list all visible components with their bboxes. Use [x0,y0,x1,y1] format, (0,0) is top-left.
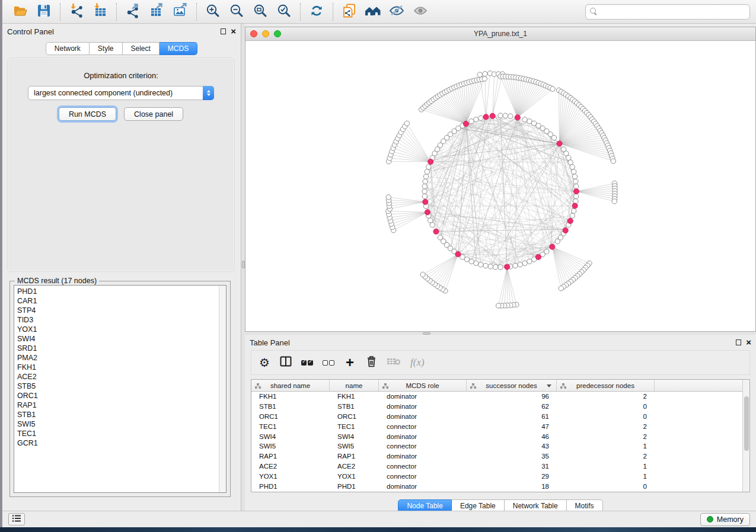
graph-node[interactable] [496,303,500,308]
clone-network-button[interactable] [337,2,361,22]
cell-predecessor-nodes[interactable]: 2 [557,453,655,460]
refresh-view-button[interactable] [305,2,328,22]
table-row[interactable]: TEC1TEC1connector472 [251,421,742,431]
function-builder-button[interactable]: f(x) [410,357,425,368]
zoom-selected-button[interactable] [272,2,296,22]
mcds-result-item[interactable]: SWI5 [17,419,218,429]
cell-MCDS-role[interactable]: connector [379,473,467,480]
cell-shared-name[interactable]: TEC1 [251,423,330,430]
graph-node[interactable] [574,184,579,188]
graph-node[interactable] [477,72,482,77]
table-row[interactable]: FKH1FKH1dominator962 [251,392,742,402]
table-scrollbar-thumb[interactable] [744,396,749,451]
mcds-result-item[interactable]: STB1 [17,410,218,419]
graph-hub-node[interactable] [433,229,439,234]
cell-MCDS-role[interactable]: dominator [379,393,467,400]
graph-node[interactable] [386,195,391,200]
import-table-button[interactable] [88,2,112,22]
graph-hub-node[interactable] [505,264,510,270]
cell-name[interactable]: ORC1 [330,413,379,420]
mcds-result-item[interactable]: YOX1 [17,325,218,334]
graph-node[interactable] [527,119,532,124]
cell-name[interactable]: SWI4 [330,433,379,440]
mcds-result-item[interactable]: TEC1 [17,429,218,438]
graph-hub-node[interactable] [490,113,495,118]
table-row[interactable]: SWI5SWI5connector431 [251,441,742,451]
graph-node[interactable] [518,262,522,267]
cell-name[interactable]: SWI5 [330,443,379,450]
cell-MCDS-role[interactable]: dominator [379,453,467,460]
cell-name[interactable]: TEC1 [330,423,379,430]
cell-predecessor-nodes[interactable]: 0 [557,413,655,420]
tab-mcds[interactable]: MCDS [160,42,197,55]
graph-hub-node[interactable] [425,210,430,215]
cell-predecessor-nodes[interactable]: 0 [557,483,655,490]
graph-hub-node[interactable] [573,188,579,194]
sort-arrow-icon[interactable] [547,384,551,387]
run-mcds-button[interactable]: Run MCDS [59,107,116,121]
cell-name[interactable]: RAP1 [330,453,379,460]
search-input[interactable] [601,8,745,16]
column-header-successor-nodes[interactable]: successor nodes [467,380,557,391]
cell-shared-name[interactable]: ACE2 [251,463,330,470]
graph-node[interactable] [493,265,497,270]
cell-shared-name[interactable]: YOX1 [251,473,330,480]
memory-button[interactable]: Memory [700,513,750,526]
graph-hub-node[interactable] [572,203,578,209]
open-session-button[interactable] [8,2,32,22]
graph-node[interactable] [404,121,409,126]
cell-predecessor-nodes[interactable]: 1 [557,473,655,480]
delete-table-button[interactable] [387,357,401,368]
cell-predecessor-nodes[interactable]: 2 [557,433,655,440]
graph-node[interactable] [571,169,576,174]
cell-MCDS-role[interactable]: dominator [379,483,467,490]
graph-node[interactable] [474,117,479,122]
graph-node[interactable] [555,239,560,243]
table-settings-button[interactable]: ⚙ [259,357,270,368]
graph-hub-node[interactable] [423,199,428,204]
cell-successor-nodes[interactable]: 47 [467,423,557,430]
delete-row-button[interactable] [365,355,377,370]
graph-node[interactable] [513,263,518,268]
cell-successor-nodes[interactable]: 61 [467,413,557,420]
splitter-handle[interactable] [242,261,245,268]
mcds-result-item[interactable]: STB5 [17,382,218,391]
column-header-predecessor-nodes[interactable]: predecessor nodes [557,380,655,391]
cell-shared-name[interactable]: SWI4 [251,433,330,440]
graph-node[interactable] [568,160,573,165]
cell-shared-name[interactable]: SWI5 [251,443,330,450]
tab-select[interactable]: Select [123,42,160,55]
cell-shared-name[interactable]: ORC1 [251,413,330,420]
graph-node[interactable] [469,259,474,264]
float-panel-icon[interactable] [221,28,226,34]
graph-node[interactable] [423,179,428,184]
cell-predecessor-nodes[interactable]: 0 [557,403,655,410]
mcds-result-item[interactable]: FKH1 [17,363,218,372]
graph-node[interactable] [566,155,571,160]
mcds-result-item[interactable]: PMA2 [17,353,218,363]
table-row[interactable]: ACE2ACE2connector311 [251,462,742,472]
graph-node[interactable] [522,117,527,122]
graph-hub-node[interactable] [455,252,461,257]
criterion-dropdown[interactable]: largest connected component (undirected) [28,86,214,100]
float-panel-icon[interactable] [736,339,741,345]
mcds-result-item[interactable]: ACE2 [17,372,218,382]
close-panel-icon[interactable]: × [231,28,236,34]
graph-node[interactable] [527,259,532,264]
splitter-handle[interactable] [423,332,430,335]
cell-shared-name[interactable]: RAP1 [251,453,330,460]
tab-network[interactable]: Network [46,42,90,55]
cell-successor-nodes[interactable]: 46 [467,433,557,440]
mcds-result-item[interactable]: SWI4 [17,334,218,344]
graph-node[interactable] [503,113,508,118]
table-row[interactable]: RAP1RAP1dominator352 [251,451,742,462]
graph-node[interactable] [612,199,617,204]
mcds-result-item[interactable]: PHD1 [17,287,218,296]
table-scrollbar[interactable] [742,380,749,492]
graph-node[interactable] [479,262,483,267]
export-network-button[interactable] [121,2,145,22]
mcds-result-item[interactable]: ORC1 [17,391,218,400]
cell-successor-nodes[interactable]: 43 [467,443,557,450]
cell-successor-nodes[interactable]: 96 [467,393,557,400]
cell-shared-name[interactable]: STB1 [251,403,330,410]
